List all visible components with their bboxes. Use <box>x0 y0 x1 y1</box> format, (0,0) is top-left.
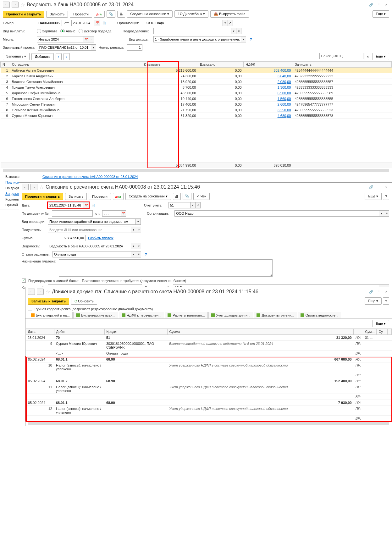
close-icon[interactable]: × <box>384 289 389 295</box>
signs-link[interactable]: Подписи <box>5 180 19 184</box>
table-row[interactable]: 8Слимова Ксения Михайловна21 750,000,003… <box>1 107 392 113</box>
favorite-icon[interactable]: ☆ <box>46 289 50 295</box>
kebab-icon[interactable]: ⋮ <box>376 184 382 190</box>
link-icon[interactable]: 🔗 <box>368 289 374 295</box>
more-button[interactable]: Еще ▾ <box>373 10 389 18</box>
dropdown-icon[interactable]: ▾ <box>223 20 228 26</box>
check-button[interactable]: ✓ Чек <box>193 193 210 200</box>
nav-back-button[interactable]: ← <box>22 184 29 190</box>
col-emp[interactable]: Сотрудник <box>10 62 142 68</box>
help-icon[interactable]: ? <box>144 252 148 256</box>
more-button[interactable]: Еще ▾ <box>373 320 389 327</box>
calendar-icon[interactable]: 📅 <box>121 210 126 217</box>
movement-row[interactable]: 05.02.202468.01.168.907 930,00НУ: <box>26 400 392 406</box>
project-field[interactable] <box>38 44 91 51</box>
org-field[interactable] <box>174 210 379 217</box>
col-sum[interactable]: Сумма <box>167 329 354 335</box>
directbank-button[interactable]: 1С:ДиректБанк ▾ <box>174 10 208 18</box>
kebab-icon[interactable]: ⋮ <box>376 2 382 8</box>
open-icon[interactable]: ↗ <box>228 20 233 26</box>
expense-field[interactable] <box>52 251 131 257</box>
dept-field[interactable] <box>153 28 231 34</box>
link-icon[interactable]: 🔗 <box>368 2 374 8</box>
tab-item[interactable]: Бухгалтерские взаи... <box>73 312 118 318</box>
clear-search-button[interactable]: × <box>365 53 371 60</box>
col-su[interactable]: Су... <box>377 329 388 335</box>
dropdown-icon[interactable]: ▾ <box>231 28 236 34</box>
nav-back-button[interactable]: ← <box>3 2 10 8</box>
save-button[interactable]: Записать <box>65 193 87 200</box>
post-button[interactable]: Провести <box>70 11 92 18</box>
dropdown-icon[interactable]: ▾ <box>131 243 136 249</box>
h-scrollbar[interactable] <box>3 169 389 172</box>
clear-icon[interactable]: × <box>236 28 241 34</box>
col-n[interactable]: N <box>1 62 10 68</box>
dt-kt-icon[interactable]: ДтКт <box>113 193 124 200</box>
post-button[interactable]: Провести <box>89 193 111 200</box>
help-button[interactable]: ? <box>383 297 389 305</box>
save-button[interactable]: Записать <box>46 11 68 18</box>
favorite-icon[interactable]: ☆ <box>39 184 44 190</box>
print-icon[interactable]: 🖶 <box>173 193 181 200</box>
table-row[interactable]: 2Барков Семен Андреевич24 360,000,003 64… <box>1 73 392 79</box>
open-icon[interactable]: ↗ <box>196 202 201 208</box>
more-button[interactable]: Еще ▾ <box>365 297 381 305</box>
movement-row[interactable]: 05.02.202468.01.268.90152 400,00НУ: <box>26 378 392 384</box>
col-ndfl[interactable]: НДФЛ <box>244 62 293 68</box>
dropdown-icon[interactable]: ▾ <box>131 251 136 257</box>
bydoc-field[interactable] <box>52 210 93 217</box>
upload-button[interactable]: 📤 Выгрузить файл <box>210 10 249 18</box>
radio-salary[interactable]: Зарплата <box>37 29 57 33</box>
dropdown-icon[interactable]: ▾ <box>379 210 384 217</box>
income-field[interactable] <box>153 36 241 42</box>
dropdown-icon[interactable]: ▾ <box>136 218 141 225</box>
refresh-button[interactable]: С Обновить <box>71 298 97 305</box>
table-row[interactable]: 5Даринова София Михайловна43 500,000,006… <box>1 90 392 96</box>
nav-back-button[interactable]: ← <box>28 289 35 295</box>
fill-button[interactable]: Заполнить ▾ <box>3 53 30 60</box>
col-collected[interactable]: Взыскано <box>198 62 244 68</box>
more-button[interactable]: Еще ▾ <box>373 53 389 60</box>
confirmed-checkbox[interactable]: ✓ <box>22 279 26 283</box>
dropdown-icon[interactable]: ▾ <box>190 202 196 208</box>
create-based-button[interactable]: Создать на основании ▾ <box>125 193 171 200</box>
table-row[interactable]: 1Арбузов Артем Сергеевич5 213 600,000,00… <box>1 68 392 73</box>
optype-field[interactable] <box>48 218 136 225</box>
manual-checkbox[interactable] <box>28 307 32 311</box>
tab-item[interactable]: НДФЛ к перечислен... <box>119 312 164 318</box>
dropdown-icon[interactable]: ▾ <box>241 36 246 42</box>
radio-advance[interactable]: Аванс <box>60 29 75 33</box>
add-button[interactable]: Добавить <box>31 53 54 60</box>
account-field[interactable] <box>168 202 190 208</box>
table-row[interactable]: 4Гришин Тимур Алексеевич8 700,000,001 30… <box>1 85 392 90</box>
dt-kt-icon[interactable]: ДтКт <box>94 11 105 18</box>
kebab-icon[interactable]: ⋮ <box>376 289 382 295</box>
tab-item[interactable]: Документы учтенн... <box>254 312 297 318</box>
h-scrollbar[interactable] <box>28 422 389 425</box>
table-row[interactable]: 9Сурвин Михаил Юрьевич31 320,000,004 680… <box>1 113 392 119</box>
col-date[interactable]: Дата <box>26 329 54 335</box>
recipient-field[interactable] <box>48 227 131 233</box>
attach-icon[interactable]: 📎 <box>183 193 191 200</box>
split-link[interactable]: Разбить платеж <box>88 236 113 240</box>
help-icon[interactable]: ? <box>249 37 253 41</box>
nav-forward-button[interactable]: → <box>12 2 19 8</box>
move-down-button[interactable]: ↓ <box>63 53 70 60</box>
col-pay[interactable]: К выплате <box>142 62 198 68</box>
org-field[interactable] <box>145 20 223 26</box>
search-input[interactable] <box>319 53 363 59</box>
dropdown-icon[interactable]: ▾ <box>131 227 136 233</box>
nav-forward-button[interactable]: → <box>30 184 37 190</box>
create-based-button[interactable]: Создать на основании ▾ <box>127 10 173 18</box>
nav-icon[interactable]: 📄 <box>102 21 106 25</box>
date-field[interactable] <box>71 20 95 26</box>
spinner-icon[interactable]: ÷ <box>89 36 94 42</box>
post-close-button[interactable]: Провести и закрыть <box>3 11 44 18</box>
col-debit[interactable]: Дебет <box>54 329 104 335</box>
col-credit[interactable]: Кредит <box>104 329 167 335</box>
nav-icon[interactable]: 📄 <box>91 204 95 207</box>
month-field[interactable] <box>37 36 84 42</box>
open-icon[interactable]: ↗ <box>136 251 141 257</box>
movement-row[interactable]: 23.01.2024705131 320,00НУ:31 ... <box>26 335 392 341</box>
nav-forward-button[interactable]: → <box>37 289 44 295</box>
